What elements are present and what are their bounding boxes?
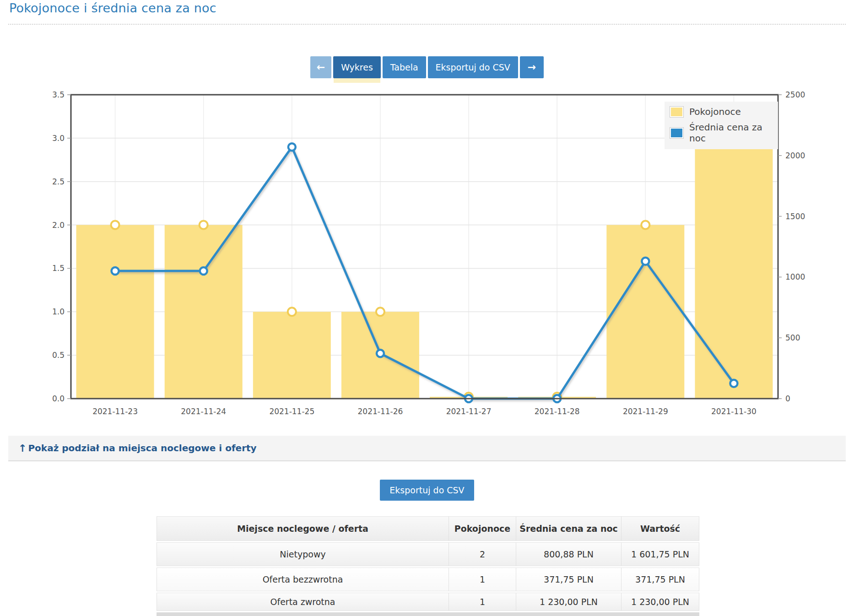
show-breakdown-label: Pokaż podział na miejsca noclegowe i ofe…	[28, 443, 256, 454]
chart-canvas[interactable]: 0.00.51.01.52.02.53.03.50500100015002000…	[0, 0, 854, 439]
svg-text:2021-11-25: 2021-11-25	[269, 407, 314, 416]
svg-text:2021-11-24: 2021-11-24	[181, 407, 226, 416]
svg-text:0: 0	[785, 394, 790, 403]
cell-value: 1 601,75 PLN	[622, 542, 699, 566]
header-wartosc: Wartość	[622, 516, 699, 541]
cell-pokojonoce: 2	[449, 542, 516, 566]
svg-text:2.0: 2.0	[52, 221, 65, 230]
chart-legend: Pokojonoce Średnia cena za noc	[665, 102, 778, 149]
x-axis-labels: 2021-11-232021-11-242021-11-252021-11-26…	[92, 407, 757, 416]
cell-avg: 800,88 PLN	[516, 542, 622, 566]
svg-text:0.5: 0.5	[52, 351, 65, 360]
cell-name: Oferta bezzwrotna	[157, 567, 449, 591]
table-header-row: Miejsce noclegowe / oferta Pokojonoce Śr…	[157, 516, 699, 541]
legend-swatch-line	[670, 128, 683, 138]
cell-name: Oferta zwrotna	[157, 593, 449, 611]
svg-text:500: 500	[785, 333, 800, 342]
legend-item-pokojonoce[interactable]: Pokojonoce	[665, 104, 778, 119]
svg-text:2021-11-30: 2021-11-30	[711, 407, 757, 416]
svg-text:1000: 1000	[785, 272, 805, 281]
cell-avg: 1 230,00 PLN	[516, 593, 622, 611]
svg-text:3.5: 3.5	[52, 90, 65, 99]
table-next-row-cut	[157, 612, 699, 616]
arrow-up-icon: ↑	[18, 443, 27, 454]
legend-item-srednia-cena[interactable]: Średnia cena za noc	[665, 119, 778, 146]
export-csv-button[interactable]: Eksportuj do CSV	[380, 480, 474, 501]
cell-value: 1 230,00 PLN	[622, 593, 699, 611]
show-breakdown-link[interactable]: ↑ Pokaż podział na miejsca noclegowe i o…	[18, 443, 257, 454]
cell-value: 371,75 PLN	[622, 567, 699, 591]
cell-pokojonoce: 1	[449, 593, 516, 611]
right-axis: 05001000150020002500	[778, 90, 805, 403]
svg-text:0.0: 0.0	[52, 394, 65, 403]
header-srednia-cena: Średnia cena za noc	[516, 516, 622, 541]
svg-text:1500: 1500	[785, 212, 805, 221]
table-row: Nietypowy 2 800,88 PLN 1 601,75 PLN	[157, 542, 699, 566]
show-breakdown-band: ↑ Pokaż podział na miejsca noclegowe i o…	[8, 436, 846, 461]
svg-text:2021-11-27: 2021-11-27	[446, 407, 492, 416]
svg-text:2021-11-26: 2021-11-26	[358, 407, 403, 416]
header-miejsce: Miejsce noclegowe / oferta	[157, 516, 449, 541]
svg-text:1.5: 1.5	[52, 264, 65, 273]
cell-avg: 371,75 PLN	[516, 567, 622, 591]
legend-swatch-bar	[670, 107, 683, 117]
svg-text:1.0: 1.0	[52, 307, 65, 316]
legend-label-pokojonoce: Pokojonoce	[689, 106, 741, 117]
legend-label-srednia-cena: Średnia cena za noc	[689, 122, 773, 144]
cell-pokojonoce: 1	[449, 567, 516, 591]
export-section: Eksportuj do CSV	[0, 480, 854, 501]
header-pokojonoce: Pokojonoce	[449, 516, 516, 541]
breakdown-table: Miejsce noclegowe / oferta Pokojonoce Śr…	[157, 516, 699, 616]
svg-text:2.5: 2.5	[52, 177, 65, 186]
svg-text:2000: 2000	[785, 151, 805, 160]
svg-text:2021-11-29: 2021-11-29	[623, 407, 668, 416]
cell-name: Nietypowy	[157, 542, 449, 566]
left-axis: 0.00.51.01.52.02.53.03.5	[52, 90, 71, 403]
table-row: Oferta zwrotna 1 1 230,00 PLN 1 230,00 P…	[157, 593, 699, 611]
svg-text:2500: 2500	[785, 90, 805, 99]
table-row: Oferta bezzwrotna 1 371,75 PLN 371,75 PL…	[157, 567, 699, 591]
svg-text:2021-11-23: 2021-11-23	[92, 407, 138, 416]
svg-text:2021-11-28: 2021-11-28	[535, 407, 580, 416]
svg-text:3.0: 3.0	[52, 134, 65, 143]
pokojonoce-chart: 0.00.51.01.52.02.53.03.50500100015002000…	[0, 0, 854, 439]
